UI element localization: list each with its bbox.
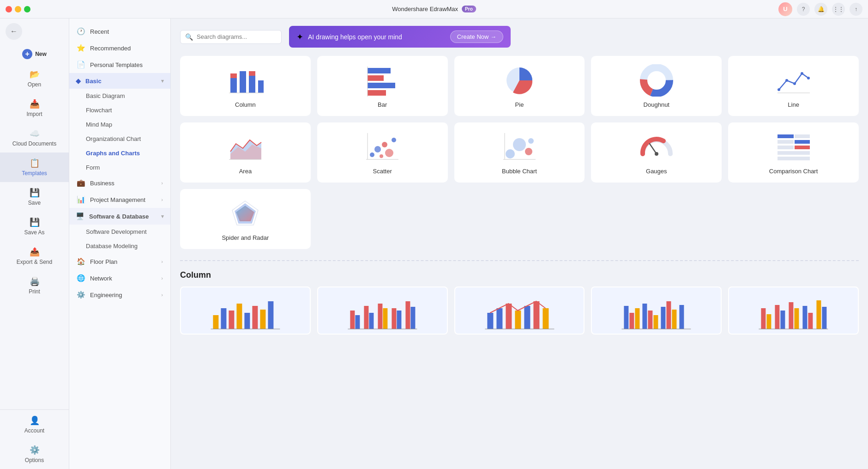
nav-item-engineering[interactable]: ⚙️ Engineering › (69, 286, 170, 303)
chart-card-pie[interactable]: Pie (454, 56, 585, 116)
nav-item-recent[interactable]: 🕐 Recent (69, 23, 170, 40)
bubble-chart-label: Bubble Chart (502, 168, 537, 175)
ai-create-button[interactable]: Create Now → (450, 30, 503, 43)
sub-item-flowchart[interactable]: Flowchart (69, 103, 170, 117)
chart-card-doughnut[interactable]: Doughnut (591, 56, 722, 116)
svg-rect-60 (252, 306, 258, 329)
nav-item-basic[interactable]: ◆ Basic ▾ (69, 73, 170, 89)
minimize-button[interactable] (15, 6, 21, 12)
svg-rect-94 (761, 308, 766, 329)
recent-icon: 🕐 (77, 27, 85, 36)
chart-card-comparison[interactable]: Comparison Chart (728, 122, 859, 183)
chart-card-gauges[interactable]: Gauges (591, 122, 722, 183)
svg-rect-9 (368, 75, 384, 81)
sub-item-graphs[interactable]: Graphs and Charts (69, 146, 170, 160)
search-input[interactable] (197, 33, 277, 40)
sidebar-item-cloud[interactable]: ☁️ Cloud Documents (0, 123, 69, 152)
apps-button[interactable]: ⋮⋮ (832, 3, 845, 16)
nav-item-personal[interactable]: 📄 Personal Templates (69, 56, 170, 73)
middle-panel: 🕐 Recent ⭐ Recommended 📄 Personal Templa… (69, 18, 171, 469)
back-button[interactable]: ← (0, 18, 69, 44)
svg-rect-103 (822, 307, 827, 329)
sub-item-mindmap[interactable]: Mind Map (69, 117, 170, 132)
chart-card-bubble[interactable]: Bubble Chart (454, 122, 585, 183)
search-icon: 🔍 (185, 33, 193, 41)
software-icon: 🖥️ (76, 212, 84, 220)
chart-card-column[interactable]: Column (180, 56, 311, 116)
user-avatar[interactable]: U (778, 2, 792, 16)
sidebar-item-export[interactable]: 📤 Export & Send (0, 241, 69, 271)
spider-chart-label: Spider and Radar (222, 234, 269, 241)
sidebar-item-import[interactable]: 📥 Import (0, 93, 69, 123)
sub-item-database[interactable]: Database Modeling (69, 239, 170, 253)
sidebar-item-templates[interactable]: 📋 Templates (0, 152, 69, 182)
nav-item-network[interactable]: 🌐 Network › (69, 270, 170, 286)
svg-point-36 (513, 138, 526, 151)
sub-item-basic-diagram[interactable]: Basic Diagram (69, 89, 170, 103)
open-icon: 📂 (30, 69, 40, 79)
svg-rect-89 (661, 307, 666, 329)
nav-item-business[interactable]: 💼 Business › (69, 175, 170, 191)
personal-icon: 📄 (77, 61, 85, 69)
svg-rect-101 (808, 313, 813, 329)
sub-item-orgchart[interactable]: Organizational Chart (69, 132, 170, 146)
share-button[interactable]: ↑ (850, 3, 862, 16)
svg-rect-87 (648, 311, 653, 329)
sidebar-print-label: Print (29, 288, 40, 295)
template-card-3[interactable] (454, 286, 585, 335)
svg-rect-84 (630, 313, 634, 329)
sub-item-form[interactable]: Form (69, 160, 170, 175)
sidebar-cloud-label: Cloud Documents (12, 140, 56, 147)
template-card-4[interactable] (591, 286, 722, 335)
sidebar-item-saveas[interactable]: 💾 Save As (0, 212, 69, 241)
template-card-2[interactable] (317, 286, 448, 335)
svg-rect-92 (680, 305, 684, 329)
svg-rect-64 (350, 311, 355, 329)
area-chart-icon (227, 131, 264, 163)
search-box[interactable]: 🔍 (180, 30, 282, 44)
scatter-chart-label: Scatter (373, 168, 392, 175)
svg-point-19 (785, 79, 788, 82)
svg-rect-45 (778, 146, 794, 149)
nav-item-software[interactable]: 🖥️ Software & Database ▾ (69, 208, 170, 225)
sidebar-item-options[interactable]: ⚙️ Options (0, 439, 69, 469)
template-thumb-2 (318, 287, 447, 334)
svg-rect-3 (249, 76, 255, 93)
chart-card-scatter[interactable]: Scatter (317, 122, 448, 183)
saveas-icon: 💾 (30, 217, 40, 227)
sidebar-item-print[interactable]: 🖨️ Print (0, 271, 69, 300)
import-icon: 📥 (30, 99, 40, 109)
nav-item-project[interactable]: 📊 Project Management › (69, 191, 170, 208)
close-button[interactable] (6, 6, 12, 12)
notification-button[interactable]: 🔔 (814, 3, 827, 16)
svg-rect-72 (405, 301, 410, 329)
sub-item-software-dev[interactable]: Software Development (69, 225, 170, 239)
gauges-chart-label: Gauges (646, 168, 667, 175)
maximize-button[interactable] (24, 6, 30, 12)
scatter-chart-icon (364, 131, 401, 163)
chart-card-spider[interactable]: Spider and Radar (180, 189, 311, 249)
sidebar-item-account[interactable]: 👤 Account (0, 410, 69, 439)
chart-card-bar[interactable]: Bar (317, 56, 448, 116)
sidebar-item-new[interactable]: + New (0, 44, 69, 64)
svg-point-29 (382, 142, 387, 147)
chart-card-area[interactable]: Area (180, 122, 311, 183)
svg-marker-54 (236, 206, 254, 221)
svg-rect-90 (667, 301, 671, 329)
svg-rect-88 (654, 315, 658, 329)
template-card-5[interactable] (728, 286, 859, 335)
svg-rect-59 (244, 313, 250, 329)
nav-item-recommended[interactable]: ⭐ Recommended (69, 40, 170, 56)
section-divider (180, 260, 859, 261)
sidebar-item-save[interactable]: 💾 Save (0, 182, 69, 212)
chart-card-line[interactable]: Line (728, 56, 859, 116)
engineering-chevron-icon: › (161, 292, 163, 298)
sidebar-item-open[interactable]: 📂 Open (0, 64, 69, 93)
svg-rect-46 (795, 134, 810, 138)
new-icon: + (22, 49, 32, 59)
template-card-1[interactable] (180, 286, 311, 335)
nav-item-floorplan[interactable]: 🏠 Floor Plan › (69, 253, 170, 270)
column-chart-label: Column (235, 101, 256, 108)
help-button[interactable]: ? (797, 3, 810, 16)
svg-rect-85 (635, 308, 640, 329)
